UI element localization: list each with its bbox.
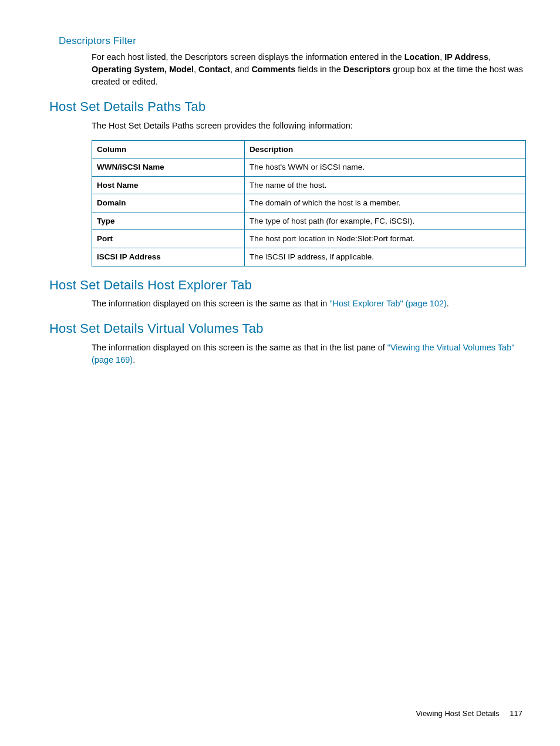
footer-page-number: 117 <box>510 709 522 718</box>
table-cell-column: Host Name <box>92 176 245 194</box>
table-row: iSCSI IP Address The iSCSI IP address, i… <box>92 248 526 266</box>
table-row: WWN/iSCSI Name The host's WWN or iSCSI n… <box>92 158 526 177</box>
table-cell-description: The domain of which the host is a member… <box>245 194 526 212</box>
text: For each host listed, the Descriptors sc… <box>92 52 404 62</box>
text: , and <box>230 65 251 74</box>
table-row: Host Name The name of the host. <box>92 176 526 194</box>
text: , <box>488 52 491 62</box>
heading-descriptors-filter: Descriptors Filter <box>59 34 525 49</box>
table-cell-description: The name of the host. <box>245 176 526 194</box>
table-cell-description: The host port location in Node:Slot:Port… <box>245 230 526 248</box>
text: The information displayed on this screen… <box>92 343 387 352</box>
table-row: Port The host port location in Node:Slot… <box>92 230 526 248</box>
footer-section-title: Viewing Host Set Details <box>416 709 500 718</box>
heading-virtual-volumes-tab: Host Set Details Virtual Volumes Tab <box>49 319 525 338</box>
bold-descriptors: Descriptors <box>343 65 391 74</box>
table-cell-description: The type of host path (for example, FC, … <box>245 212 526 230</box>
table-header-row: Column Description <box>92 140 526 158</box>
page-footer: Viewing Host Set Details 117 <box>416 708 522 720</box>
table-header-column: Column <box>92 140 245 158</box>
paragraph-virtual-volumes: The information displayed on this screen… <box>92 342 525 366</box>
table-cell-column: WWN/iSCSI Name <box>92 158 245 177</box>
table-cell-column: Port <box>92 230 245 248</box>
table-row: Domain The domain of which the host is a… <box>92 194 526 212</box>
text: fields in the <box>295 65 343 74</box>
text: . <box>133 355 135 364</box>
heading-paths-tab: Host Set Details Paths Tab <box>49 97 525 116</box>
paths-table: Column Description WWN/iSCSI Name The ho… <box>92 140 526 266</box>
bold-location: Location <box>404 52 440 62</box>
paragraph-descriptors-filter: For each host listed, the Descriptors sc… <box>92 51 525 88</box>
bold-contact: Contact <box>198 65 230 74</box>
table-cell-description: The host's WWN or iSCSI name. <box>245 158 526 177</box>
table-cell-column: Domain <box>92 194 245 212</box>
bold-comments: Comments <box>251 65 295 74</box>
heading-host-explorer-tab: Host Set Details Host Explorer Tab <box>49 276 525 295</box>
bold-ip-address: IP Address <box>444 52 488 62</box>
bold-os-model: Operating System, Model <box>92 65 194 74</box>
paragraph-paths-intro: The Host Set Details Paths screen provid… <box>92 120 525 132</box>
text: . <box>447 299 449 308</box>
link-host-explorer-tab[interactable]: "Host Explorer Tab" (page 102) <box>329 299 446 308</box>
document-page: Descriptors Filter For each host listed,… <box>0 0 560 746</box>
table-row: Type The type of host path (for example,… <box>92 212 526 230</box>
table-cell-description: The iSCSI IP address, if applicable. <box>245 248 526 266</box>
text: The information displayed on this screen… <box>92 299 329 308</box>
text: , <box>194 65 198 74</box>
paragraph-host-explorer: The information displayed on this screen… <box>92 298 525 310</box>
table-cell-column: iSCSI IP Address <box>92 248 245 266</box>
table-cell-column: Type <box>92 212 245 230</box>
table-header-description: Description <box>245 140 526 158</box>
